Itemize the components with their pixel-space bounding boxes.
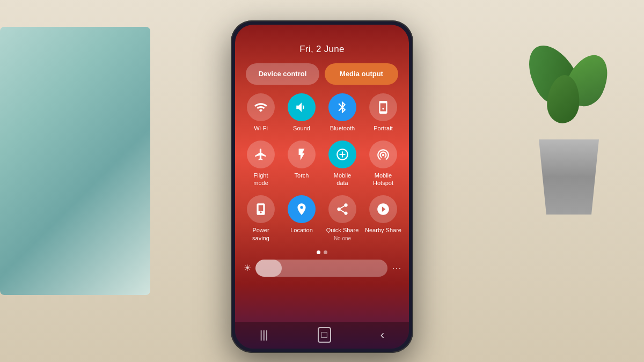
device-control-button[interactable]: Device control — [246, 63, 319, 85]
power-icon-bg — [247, 195, 275, 223]
back-button-icon[interactable]: ‹ — [380, 328, 384, 342]
quick-tiles-grid: Wi-Fi Sound Bluetooth — [235, 93, 409, 242]
left-box-decoration — [0, 27, 150, 295]
sound-label: Sound — [293, 124, 310, 132]
quick-share-label: Quick Share — [326, 226, 359, 234]
location-icon-bg — [288, 195, 316, 223]
torch-label: Torch — [295, 172, 309, 179]
bluetooth-icon — [335, 100, 349, 114]
torch-icon-bg — [288, 141, 316, 168]
quick-share-icon-bg — [328, 195, 356, 223]
hotspot-icon-bg — [369, 141, 397, 168]
flight-icon-bg — [247, 141, 275, 168]
bluetooth-icon-bg — [328, 93, 356, 121]
location-label: Location — [290, 226, 313, 234]
phone: Fri, 2 June Device control Media output … — [231, 20, 413, 353]
home-button-icon[interactable]: □ — [318, 327, 331, 343]
mobile-data-label: Mobiledata — [334, 172, 351, 187]
tile-nearby-share[interactable]: Nearby Share — [363, 195, 404, 242]
tile-mobile-hotspot[interactable]: MobileHotspot — [363, 141, 404, 187]
mobile-data-icon-bg — [328, 141, 356, 168]
tile-sound[interactable]: Sound — [281, 93, 322, 132]
brightness-row: ☀ ⋯ — [235, 260, 409, 277]
flight-icon — [254, 147, 268, 161]
hotspot-icon — [376, 147, 390, 161]
nearby-share-icon — [376, 202, 390, 216]
tile-portrait[interactable]: Portrait — [363, 93, 404, 132]
panel-buttons-row: Device control Media output — [235, 63, 409, 93]
plant-pot — [531, 139, 606, 215]
right-plant-decoration — [510, 0, 628, 215]
nav-bar: ||| □ ‹ — [235, 322, 409, 349]
tile-wifi[interactable]: Wi-Fi — [240, 93, 281, 132]
mobile-data-icon — [335, 147, 349, 161]
wifi-icon — [254, 100, 268, 114]
tile-location[interactable]: Location — [281, 195, 322, 242]
quick-share-icon — [335, 202, 349, 216]
brightness-menu-icon[interactable]: ⋯ — [392, 262, 400, 274]
brightness-icon: ☀ — [244, 263, 251, 273]
power-saving-label: Powersaving — [252, 226, 269, 242]
bluetooth-label: Bluetooth — [330, 124, 355, 132]
portrait-icon — [376, 100, 390, 114]
brightness-fill — [255, 260, 282, 277]
tile-quick-share[interactable]: Quick Share No one — [322, 195, 363, 242]
wifi-label: Wi-Fi — [254, 124, 268, 132]
dot-2 — [324, 250, 327, 254]
media-output-button[interactable]: Media output — [325, 63, 398, 85]
tile-mobile-data[interactable]: Mobiledata — [322, 141, 363, 187]
portrait-icon-bg — [369, 93, 397, 121]
tile-bluetooth[interactable]: Bluetooth — [322, 93, 363, 132]
tile-power-saving[interactable]: Powersaving — [240, 195, 281, 242]
quick-share-sublabel: No one — [334, 235, 351, 241]
sound-icon-bg — [288, 93, 316, 121]
sound-icon — [295, 100, 309, 114]
mobile-hotspot-label: MobileHotspot — [373, 172, 393, 187]
status-bar — [235, 25, 409, 40]
plant-leaves — [521, 43, 617, 150]
nearby-share-label: Nearby Share — [365, 226, 401, 234]
flight-mode-label: Flightmode — [253, 172, 268, 187]
tile-torch[interactable]: Torch — [281, 141, 322, 187]
nearby-share-icon-bg — [369, 195, 397, 223]
power-icon — [254, 202, 268, 216]
location-icon — [295, 202, 309, 216]
date-label: Fri, 2 June — [235, 40, 409, 63]
brightness-slider[interactable] — [255, 260, 387, 277]
recent-apps-icon[interactable]: ||| — [260, 329, 268, 341]
torch-icon — [295, 147, 309, 161]
phone-wrapper: Fri, 2 June Device control Media output … — [231, 20, 413, 353]
dot-1 — [317, 250, 320, 254]
pagination-dots — [235, 250, 409, 254]
screen: Fri, 2 June Device control Media output … — [235, 25, 409, 349]
tile-flight-mode[interactable]: Flightmode — [240, 141, 281, 187]
wifi-icon-bg — [247, 93, 275, 121]
portrait-label: Portrait — [374, 124, 392, 132]
